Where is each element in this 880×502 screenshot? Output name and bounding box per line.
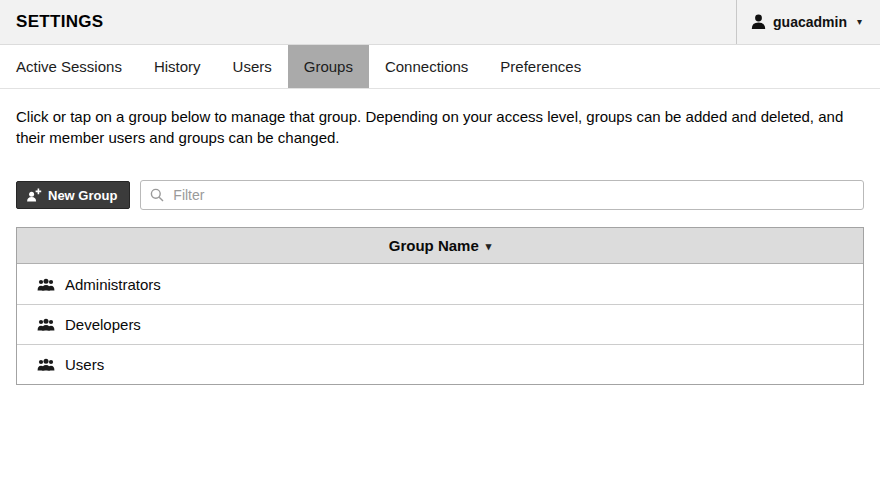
- tab-connections[interactable]: Connections: [369, 45, 484, 88]
- search-icon: [150, 188, 164, 202]
- tab-groups[interactable]: Groups: [288, 45, 369, 88]
- chevron-down-icon: ▾: [857, 17, 862, 27]
- group-row-administrators[interactable]: Administrators: [17, 264, 863, 304]
- group-name-header-label: Group Name: [389, 237, 479, 254]
- tab-history[interactable]: History: [138, 45, 217, 88]
- page-title: SETTINGS: [0, 12, 103, 32]
- new-group-button[interactable]: New Group: [16, 181, 130, 209]
- user-menu-button[interactable]: guacadmin ▾: [736, 0, 880, 44]
- group-icon: [37, 358, 55, 371]
- settings-tab-bar: Active Sessions History Users Groups Con…: [0, 45, 880, 89]
- page-description: Click or tap on a group below to manage …: [16, 106, 864, 148]
- groups-table: Group Name ▾ Administrators: [16, 227, 864, 385]
- group-icon: [37, 318, 55, 331]
- group-name: Users: [65, 356, 104, 373]
- group-name: Administrators: [65, 276, 161, 293]
- tab-active-sessions[interactable]: Active Sessions: [0, 45, 138, 88]
- group-row-users[interactable]: Users: [17, 344, 863, 384]
- group-row-developers[interactable]: Developers: [17, 304, 863, 344]
- group-icon: [37, 278, 55, 291]
- filter-box: [140, 180, 864, 210]
- sort-descending-icon: ▾: [486, 241, 492, 252]
- settings-header: SETTINGS guacadmin ▾: [0, 0, 880, 45]
- tab-users[interactable]: Users: [217, 45, 288, 88]
- group-actions-bar: New Group: [16, 180, 864, 210]
- user-name: guacadmin: [773, 14, 847, 30]
- group-name: Developers: [65, 316, 141, 333]
- new-group-label: New Group: [48, 188, 117, 203]
- add-group-icon: [26, 188, 42, 202]
- groups-page: Click or tap on a group below to manage …: [0, 106, 880, 385]
- tab-preferences[interactable]: Preferences: [484, 45, 597, 88]
- filter-input[interactable]: [171, 186, 854, 204]
- user-icon: [751, 14, 766, 30]
- group-name-column-header[interactable]: Group Name ▾: [17, 228, 863, 264]
